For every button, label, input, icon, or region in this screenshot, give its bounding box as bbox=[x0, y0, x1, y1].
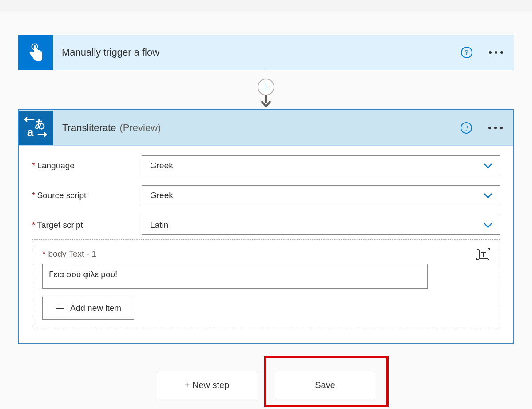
add-new-item-button[interactable]: Add new item bbox=[42, 297, 134, 320]
transliterate-header[interactable]: あ a Transliterate (Preview) ? bbox=[19, 110, 513, 146]
plus-icon bbox=[55, 303, 65, 313]
language-select[interactable]: Greek bbox=[142, 155, 500, 175]
svg-point-4 bbox=[495, 51, 497, 54]
preview-tag: (Preview) bbox=[119, 122, 161, 134]
target-script-label: *Target script bbox=[32, 220, 142, 230]
help-icon[interactable]: ? bbox=[460, 122, 472, 134]
body-text-input[interactable]: Γεια σου φίλε μου! bbox=[42, 264, 428, 289]
transliterate-step: あ a Transliterate (Preview) ? bbox=[18, 109, 514, 344]
svg-text:a: a bbox=[27, 126, 34, 139]
svg-text:?: ? bbox=[465, 48, 468, 57]
target-script-select[interactable]: Latin bbox=[142, 215, 500, 235]
footer: + New step Save bbox=[18, 371, 514, 399]
more-icon[interactable] bbox=[488, 50, 504, 55]
svg-text:あ: あ bbox=[35, 118, 46, 130]
manual-trigger-icon bbox=[18, 35, 53, 70]
help-icon[interactable]: ? bbox=[461, 46, 473, 59]
connector bbox=[18, 70, 514, 109]
chevron-down-icon bbox=[483, 160, 493, 171]
body-text-label: *body Text - 1 bbox=[42, 249, 96, 259]
source-script-label: *Source script bbox=[32, 191, 142, 200]
transliterate-form: *Language Greek *Source script Greek bbox=[19, 146, 513, 343]
svg-point-15 bbox=[488, 127, 491, 129]
add-step-between-button[interactable] bbox=[258, 79, 274, 95]
trigger-title: Manually trigger a flow bbox=[62, 47, 159, 58]
transliterate-icon: あ a bbox=[19, 111, 53, 145]
svg-point-5 bbox=[500, 51, 503, 54]
trigger-step[interactable]: Manually trigger a flow ? bbox=[18, 35, 514, 70]
svg-point-16 bbox=[494, 127, 497, 129]
chevron-down-icon bbox=[483, 220, 493, 230]
new-step-button[interactable]: + New step bbox=[157, 371, 257, 399]
transliterate-title: Transliterate bbox=[62, 122, 116, 134]
svg-point-17 bbox=[500, 127, 503, 129]
svg-text:?: ? bbox=[465, 124, 468, 132]
more-icon[interactable] bbox=[488, 126, 504, 130]
save-button[interactable]: Save bbox=[275, 371, 375, 399]
switch-to-text-mode-icon[interactable] bbox=[476, 248, 490, 260]
svg-point-3 bbox=[489, 51, 492, 54]
body-text-block: *body Text - 1 Γεια σου φίλε μου! bbox=[32, 239, 500, 330]
chevron-down-icon bbox=[483, 190, 493, 201]
source-script-select[interactable]: Greek bbox=[142, 185, 500, 205]
language-label: *Language bbox=[32, 161, 142, 171]
